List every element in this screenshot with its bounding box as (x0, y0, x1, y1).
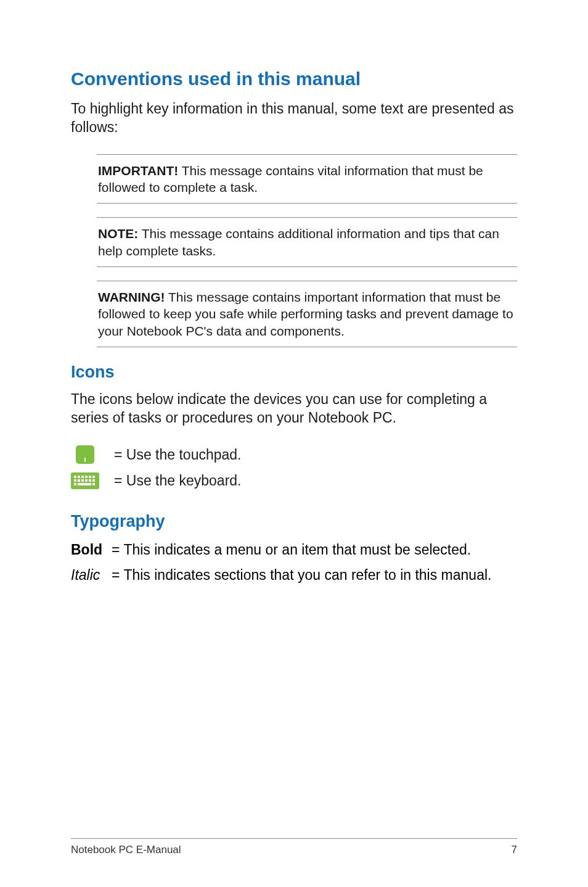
touchpad-desc: = Use the touchpad. (114, 447, 242, 463)
callout-important-label: IMPORTANT! (98, 163, 178, 178)
typography-bold-desc: = This indicates a menu or an item that … (112, 540, 517, 559)
icon-row-keyboard: = Use the keyboard. (71, 471, 517, 490)
svg-rect-12 (74, 483, 76, 485)
keyboard-icon (71, 471, 99, 490)
svg-rect-10 (89, 479, 91, 482)
svg-rect-3 (85, 476, 88, 478)
callout-note-label: NOTE: (98, 226, 138, 241)
icons-intro: The icons below indicate the devices you… (71, 390, 517, 427)
footer-page-number: 7 (512, 844, 517, 856)
icon-row-touchpad: = Use the touchpad. (71, 445, 517, 464)
keyboard-desc: = Use the keyboard. (114, 472, 241, 489)
touchpad-icon (71, 445, 99, 464)
typography-italic-key: Italic (71, 565, 105, 585)
svg-rect-2 (81, 476, 84, 478)
svg-rect-5 (92, 476, 95, 478)
svg-rect-6 (74, 479, 76, 482)
svg-rect-13 (78, 483, 91, 485)
svg-rect-4 (89, 476, 91, 478)
page-container: Conventions used in this manual To highl… (0, 0, 588, 887)
callout-important: IMPORTANT! This message contains vital i… (97, 154, 517, 204)
callout-warning: WARNING! This message contains important… (97, 281, 517, 347)
callout-note: NOTE: This message contains additional i… (97, 217, 517, 267)
typography-italic-desc: = This indicates sections that you can r… (112, 565, 517, 585)
svg-rect-9 (85, 479, 88, 482)
conventions-intro: To highlight key information in this man… (71, 100, 517, 137)
callout-note-text: This message contains additional informa… (98, 226, 499, 257)
typography-italic-row: Italic = This indicates sections that yo… (71, 565, 517, 585)
typography-bold-key: Bold (71, 540, 105, 559)
svg-rect-1 (78, 476, 80, 478)
typography-bold-row: Bold = This indicates a menu or an item … (71, 540, 517, 559)
svg-rect-8 (81, 479, 84, 482)
svg-rect-14 (92, 483, 95, 485)
heading-icons: Icons (71, 362, 517, 382)
footer: Notebook PC E-Manual 7 (71, 838, 517, 856)
heading-typography: Typography (71, 511, 517, 531)
svg-rect-11 (92, 479, 95, 482)
heading-conventions: Conventions used in this manual (71, 68, 517, 90)
svg-rect-7 (78, 479, 80, 482)
callout-warning-label: WARNING! (98, 290, 165, 304)
footer-title: Notebook PC E-Manual (71, 844, 181, 856)
svg-rect-0 (74, 476, 76, 478)
